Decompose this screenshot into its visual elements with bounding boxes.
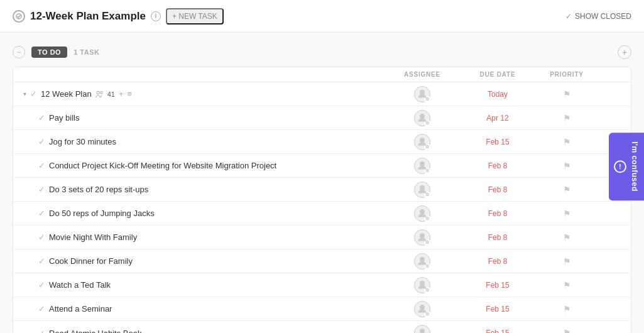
parent-assignee-cell: ⚙ — [385, 86, 460, 102]
table-header: ASSIGNEE DUE DATE PRIORITY — [13, 67, 631, 82]
check-icon: ✓ — [38, 137, 45, 146]
new-task-button[interactable]: + NEW TASK — [166, 8, 224, 25]
info-icon[interactable]: i — [151, 11, 161, 21]
task-label: Do 3 sets of 20 reps sit-ups — [49, 185, 148, 194]
table-row[interactable]: ✓ Attend a Seminar ⚙ Feb 15 ⚑ — [13, 297, 631, 321]
add-member-btn[interactable]: + — [119, 89, 124, 99]
svg-point-2 — [100, 91, 102, 94]
assignee-cell: ⚙ — [385, 325, 460, 333]
section-collapse-toggle[interactable]: − — [13, 46, 25, 58]
parent-priority-cell: ⚑ — [535, 89, 598, 99]
avatar: ⚙ — [414, 158, 430, 174]
task-name-cell: ✓ Pay bills — [13, 108, 385, 128]
table-row[interactable]: ✓ Pay bills ⚙ Apr 12 ⚑ — [13, 106, 631, 130]
main-content: − TO DO 1 TASK + ASSIGNEE DUE DATE PRIOR… — [0, 33, 644, 333]
priority-cell: ⚑ — [535, 113, 598, 123]
avatar: ⚙ — [414, 277, 430, 293]
parent-task-row[interactable]: ▾ ✓ 12 Week Plan 41 + ≡ ⚙ Today — [13, 82, 631, 106]
add-section-icon[interactable]: + — [618, 45, 631, 59]
due-date: Feb 8 — [460, 257, 535, 266]
task-options-icon[interactable]: ≡ — [128, 89, 133, 99]
svg-point-0 — [16, 14, 21, 19]
assignee-cell: ⚙ — [385, 253, 460, 270]
avatar-gear-icon: ⚙ — [424, 311, 430, 317]
member-count: 41 — [107, 90, 115, 98]
check-icon: ✓ — [38, 304, 45, 314]
task-name-cell: ✓ Movie Night With Family — [13, 227, 385, 247]
task-name-cell: ✓ Do 3 sets of 20 reps sit-ups — [13, 180, 385, 199]
task-label: Do 50 reps of Jumping Jacks — [49, 209, 155, 218]
table-row[interactable]: ✓ Read Atomic Habits Book ⚙ Feb 15 ⚑ — [13, 321, 631, 333]
parent-task-cell: ▾ ✓ 12 Week Plan 41 + ≡ — [13, 84, 385, 104]
priority-cell: ⚑ — [535, 304, 598, 314]
task-name-cell: ✓ Do 50 reps of Jumping Jacks — [13, 204, 385, 223]
task-label: Attend a Seminar — [49, 304, 112, 314]
avatar-gear-icon: ⚙ — [424, 168, 430, 174]
task-label: Watch a Ted Talk — [49, 280, 111, 290]
due-date: Feb 15 — [460, 329, 535, 333]
table-row[interactable]: ✓ Conduct Project Kick-Off Meeting for W… — [13, 154, 631, 178]
avatar: ⚙ — [414, 229, 430, 246]
avatar-gear-icon: ⚙ — [424, 287, 430, 293]
check-icon: ✓ — [38, 329, 45, 334]
table-row[interactable]: ✓ Cook Dinner for Family ⚙ Feb 8 ⚑ — [13, 249, 631, 273]
priority-cell: ⚑ — [535, 137, 598, 147]
parent-due-date: Today — [460, 90, 535, 99]
assignee-cell: ⚙ — [385, 182, 460, 198]
check-icon: ✓ — [38, 280, 45, 290]
check-icon: ✓ — [38, 256, 45, 266]
avatar: ⚙ — [414, 134, 430, 150]
priority-cell: ⚑ — [535, 209, 598, 219]
table-row[interactable]: ✓ Do 3 sets of 20 reps sit-ups ⚙ Feb 8 ⚑ — [13, 178, 631, 202]
flag-icon: ⚑ — [563, 209, 571, 219]
table-row[interactable]: ✓ Jog for 30 minutes ⚙ Feb 15 ⚑ — [13, 130, 631, 154]
flag-icon: ⚑ — [563, 185, 571, 195]
due-date: Feb 8 — [460, 161, 535, 170]
check-icon: ✓ — [38, 209, 45, 218]
flag-icon: ⚑ — [563, 280, 571, 290]
avatar-gear-icon: ⚙ — [424, 120, 430, 126]
task-name-cell: ✓ Cook Dinner for Family — [13, 251, 385, 271]
todo-badge: TO DO — [31, 46, 67, 58]
chevron-down-icon: ▾ — [23, 90, 26, 97]
task-label: Conduct Project Kick-Off Meeting for Web… — [49, 161, 276, 170]
task-name-cell: ✓ Attend a Seminar — [13, 299, 385, 319]
plan-title: 12-Week Plan Example — [30, 10, 146, 23]
due-date: Feb 8 — [460, 185, 535, 194]
task-name-cell: ✓ Jog for 30 minutes — [13, 132, 385, 151]
top-bar: 12-Week Plan Example i + NEW TASK ✓ SHOW… — [0, 0, 644, 33]
avatar-gear-icon: ⚙ — [424, 263, 430, 270]
confused-icon: ! — [614, 160, 626, 173]
assignee-cell: ⚙ — [385, 134, 460, 150]
priority-cell: ⚑ — [535, 161, 598, 171]
priority-cell: ⚑ — [535, 328, 598, 333]
assignee-cell: ⚙ — [385, 277, 460, 293]
due-date: Feb 15 — [460, 305, 535, 314]
task-label: Read Atomic Habits Book — [49, 329, 141, 334]
flag-icon: ⚑ — [563, 89, 571, 99]
confused-widget[interactable]: ! I'm confused — [609, 133, 644, 200]
checkmark-icon: ✓ — [565, 12, 572, 21]
avatar: ⚙ — [414, 205, 430, 222]
show-closed-button[interactable]: ✓ SHOW CLOSED — [565, 12, 631, 21]
check-icon: ✓ — [38, 113, 45, 123]
assignee-cell: ⚙ — [385, 229, 460, 246]
svg-point-1 — [97, 91, 99, 94]
table-row[interactable]: ✓ Movie Night With Family ⚙ Feb 8 ⚑ — [13, 226, 631, 249]
avatar: ⚙ — [414, 325, 430, 333]
flag-icon: ⚑ — [563, 304, 571, 314]
people-icon — [96, 90, 104, 98]
flag-icon: ⚑ — [563, 161, 571, 171]
check-icon: ✓ — [38, 185, 45, 194]
avatar-gear-icon: ⚙ — [424, 239, 430, 246]
table-row[interactable]: ✓ Watch a Ted Talk ⚙ Feb 15 ⚑ — [13, 273, 631, 297]
due-date: Apr 12 — [460, 114, 535, 123]
due-date: Feb 8 — [460, 233, 535, 242]
table-row[interactable]: ✓ Do 50 reps of Jumping Jacks ⚙ Feb 8 ⚑ — [13, 202, 631, 226]
assignee-cell: ⚙ — [385, 205, 460, 222]
col-header-due-date: DUE DATE — [460, 71, 535, 78]
flag-icon: ⚑ — [563, 137, 571, 147]
parent-row-meta: 41 + ≡ — [96, 89, 132, 99]
plan-status-icon[interactable] — [13, 10, 25, 23]
task-name-cell: ✓ Read Atomic Habits Book — [13, 324, 385, 334]
